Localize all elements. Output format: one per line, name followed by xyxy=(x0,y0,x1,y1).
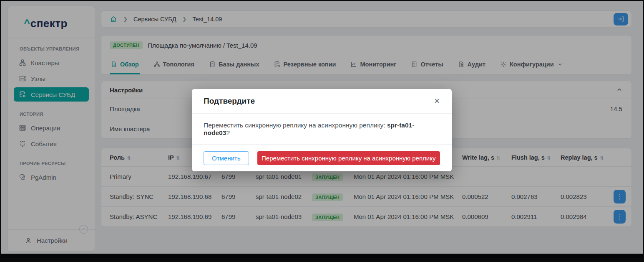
cancel-button[interactable]: Отменить xyxy=(204,151,249,165)
confirm-message: Переместить синхронную реплику на асинхр… xyxy=(204,122,440,137)
confirm-dialog-header: Подтвердите ✕ xyxy=(192,89,452,114)
close-button[interactable]: ✕ xyxy=(434,97,440,105)
confirm-dialog: Подтвердите ✕ Переместить синхронную реп… xyxy=(192,89,452,171)
confirm-move-replica-button[interactable]: Переместить синхронную реплику на асинхр… xyxy=(257,151,440,165)
confirm-dialog-body: Переместить синхронную реплику на асинхр… xyxy=(192,114,452,145)
confirm-dialog-footer: Отменить Переместить синхронную реплику … xyxy=(192,145,452,171)
confirm-message-suffix: ? xyxy=(226,129,230,136)
confirm-message-text: Переместить синхронную реплику на асинхр… xyxy=(204,122,387,129)
window-frame: ^спектр ОБЪЕКТЫ УПРАВЛЕНИЯ Кластеры Узлы… xyxy=(0,0,644,262)
confirm-dialog-title: Подтвердите xyxy=(204,97,255,106)
close-icon: ✕ xyxy=(434,97,440,105)
app-root: ^спектр ОБЪЕКТЫ УПРАВЛЕНИЯ Кластеры Узлы… xyxy=(1,1,643,258)
